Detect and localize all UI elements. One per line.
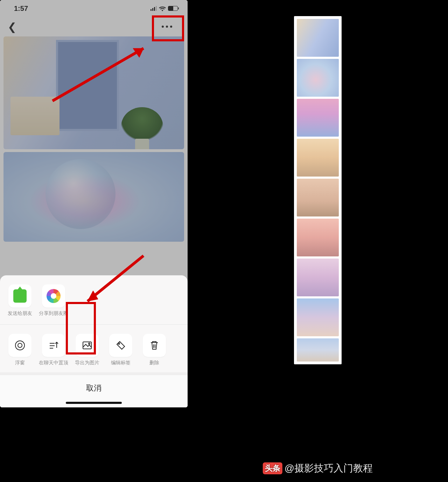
back-chevron-icon[interactable]: ❮ (8, 21, 16, 33)
svg-point-4 (15, 341, 24, 350)
home-indicator (66, 402, 122, 404)
status-time: 1:57 (14, 5, 28, 13)
share-to-moments[interactable]: 分享到朋友圈 (40, 284, 67, 317)
export-thumb (297, 338, 339, 362)
export-preview-panel: 头条 @摄影技巧入门教程 (188, 0, 448, 482)
action-delete[interactable]: 删除 (141, 334, 168, 366)
float-window-icon (14, 339, 26, 351)
action-float-window[interactable]: 浮窗 (6, 334, 34, 366)
status-bar: 1:57 (0, 0, 188, 17)
share-label: 分享到朋友圈 (39, 310, 68, 317)
watermark: 头条 @摄影技巧入门教程 (263, 462, 373, 475)
status-indicators (150, 6, 178, 11)
annotation-highlight-export-button (66, 302, 96, 354)
export-thumb (297, 298, 339, 336)
annotation-highlight-more-button (152, 15, 184, 41)
wechat-send-icon (13, 289, 27, 303)
export-thumb (297, 259, 339, 296)
action-edit-tags[interactable]: 编辑标签 (107, 334, 134, 366)
share-label: 发送给朋友 (8, 310, 32, 317)
export-thumb (297, 99, 339, 137)
pin-chat-icon (48, 339, 59, 351)
exported-image-column (294, 16, 342, 364)
svg-point-5 (18, 343, 22, 347)
export-thumb (297, 219, 339, 256)
signal-icon (150, 6, 157, 11)
wifi-icon (159, 6, 166, 11)
annotation-arrow-to-export (77, 252, 147, 308)
battery-icon (168, 6, 178, 11)
export-thumb (297, 139, 339, 177)
moments-icon (47, 289, 61, 303)
export-thumb (297, 179, 339, 216)
phone-screenshot-left: 1:57 ❮ 发送给朋友 (0, 0, 188, 407)
action-pin-in-chat[interactable]: 在聊天中置顶 (40, 334, 67, 366)
export-thumb (297, 59, 339, 97)
watermark-text: @摄影技巧入门教程 (285, 462, 373, 475)
svg-point-11 (118, 343, 120, 344)
svg-line-0 (52, 48, 144, 101)
export-thumb (297, 19, 339, 57)
note-photo-2 (4, 152, 184, 242)
share-send-to-friend[interactable]: 发送给朋友 (6, 284, 34, 317)
svg-line-2 (88, 256, 144, 301)
edit-tag-icon (115, 339, 127, 351)
annotation-arrow-to-more (49, 41, 154, 104)
trash-icon (148, 339, 160, 351)
watermark-badge: 头条 (263, 462, 282, 474)
